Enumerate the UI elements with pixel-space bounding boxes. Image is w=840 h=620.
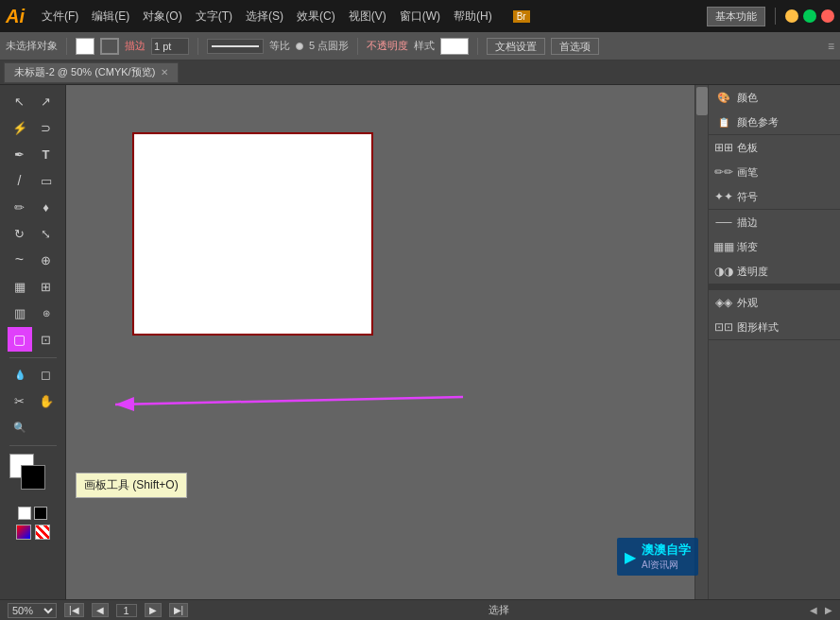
- menu-help[interactable]: 帮助(H): [448, 7, 498, 26]
- options-bar: 未选择对象 描边 等比 5 点圆形 不透明度 样式 文档设置 首选项 ≡: [0, 32, 840, 60]
- workspace-switcher[interactable]: 基本功能: [707, 7, 765, 26]
- window-controls[interactable]: [785, 9, 834, 23]
- maximize-button[interactable]: [803, 9, 816, 23]
- last-page-button[interactable]: ▶|: [169, 603, 189, 617]
- style-label: 样式: [414, 39, 435, 53]
- eyedropper-tool[interactable]: [8, 362, 32, 387]
- slice-tool[interactable]: [34, 327, 59, 352]
- pencil-tool[interactable]: [8, 195, 32, 219]
- style-swatch[interactable]: [440, 38, 469, 55]
- tool-row-9: ⊛: [8, 301, 59, 325]
- panel-item-graphic-style[interactable]: ⊡ 图形样式: [709, 315, 840, 339]
- title-bar: Ai 文件(F) 编辑(E) 对象(O) 文字(T) 选择(S) 效果(C) 视…: [0, 0, 840, 32]
- bridge-icon[interactable]: Br: [513, 10, 530, 23]
- panel-item-gradient[interactable]: ▦ 渐变: [709, 234, 840, 259]
- hand-tool[interactable]: [34, 388, 59, 413]
- eraser-tool[interactable]: [34, 362, 59, 387]
- pen-tool[interactable]: [8, 142, 32, 166]
- lasso-tool[interactable]: [34, 115, 59, 140]
- panel-item-color[interactable]: 颜色: [709, 85, 840, 110]
- vertical-scrollbar[interactable]: [694, 85, 708, 599]
- scale-tool[interactable]: [34, 221, 59, 246]
- fill-swatch[interactable]: [76, 38, 94, 55]
- chart-tool[interactable]: [8, 301, 32, 325]
- right-panel: 颜色 颜色参考 ⊞ 色板 ✏ 画笔 ✦ 符号 ─ 描边: [708, 85, 840, 599]
- blend-tool[interactable]: [34, 248, 59, 272]
- document-tab[interactable]: 未标题-2 @ 50% (CMYK/预览) ✕: [4, 62, 179, 83]
- menu-edit[interactable]: 编辑(E): [86, 7, 135, 26]
- blob-brush-tool[interactable]: [34, 195, 59, 219]
- opacity-panel-icon: ◑: [716, 264, 731, 279]
- symbol-sprayer-tool[interactable]: ⊛: [34, 301, 59, 325]
- rect-tool[interactable]: [34, 168, 59, 193]
- panel-item-color-ref[interactable]: 颜色参考: [709, 110, 840, 134]
- stroke-label: 描边: [125, 39, 146, 53]
- tool-row-4: /: [8, 168, 59, 193]
- artboard-tool[interactable]: [8, 327, 32, 352]
- tool-row-5: [8, 195, 59, 219]
- menu-window[interactable]: 窗口(W): [394, 7, 446, 26]
- prev-page-button[interactable]: ◀: [92, 603, 109, 617]
- toolbar-separator-2: [9, 445, 57, 446]
- tool-row-7: [8, 248, 59, 272]
- stroke-style-selector[interactable]: [207, 39, 264, 54]
- menu-bar[interactable]: 文件(F) 编辑(E) 对象(O) 文字(T) 选择(S) 效果(C) 视图(V…: [36, 7, 498, 26]
- left-toolbar: / ⊛: [0, 85, 66, 599]
- swatch-panel-icon: ⊞: [716, 140, 731, 155]
- panel-item-stroke[interactable]: ─ 描边: [709, 210, 840, 234]
- selection-tool[interactable]: [8, 89, 32, 113]
- panel-item-symbol[interactable]: ✦ 符号: [709, 184, 840, 209]
- default-colors-icon[interactable]: [34, 507, 47, 520]
- constraint-ratio-icon[interactable]: [296, 43, 303, 50]
- menu-text[interactable]: 文字(T): [190, 7, 238, 26]
- none-icon[interactable]: [35, 525, 50, 540]
- page-number-input[interactable]: [116, 604, 137, 617]
- divider4: [477, 38, 478, 55]
- menu-view[interactable]: 视图(V): [343, 7, 392, 26]
- minimize-button[interactable]: [785, 9, 798, 23]
- next-page-button[interactable]: ▶: [145, 603, 162, 617]
- doc-setup-button[interactable]: 文档设置: [487, 38, 545, 55]
- status-left-arrow[interactable]: ◀: [810, 605, 817, 615]
- mesh-tool[interactable]: [34, 274, 59, 299]
- options-expand-icon[interactable]: ≡: [828, 40, 834, 53]
- magic-wand-tool[interactable]: [8, 115, 32, 140]
- zoom-select[interactable]: 50%: [8, 603, 57, 618]
- color-ref-panel-label: 颜色参考: [737, 115, 779, 129]
- gradient-tool[interactable]: [8, 274, 32, 299]
- panel-item-appearance[interactable]: ◈ 外观: [709, 290, 840, 315]
- color-panel-icon: [716, 90, 731, 105]
- scrollbar-thumb[interactable]: [696, 87, 708, 115]
- watermark-line1: 澳澳自学: [642, 542, 691, 559]
- main-layout: / ⊛: [0, 85, 840, 599]
- watermark-text: 澳澳自学 AI资讯网: [642, 542, 691, 572]
- line-tool[interactable]: /: [8, 168, 32, 193]
- panel-item-swatch[interactable]: ⊞ 色板: [709, 135, 840, 160]
- prefs-button[interactable]: 首选项: [551, 38, 599, 55]
- panel-item-brush[interactable]: ✏ 画笔: [709, 160, 840, 184]
- rotate-tool[interactable]: [8, 221, 32, 246]
- stroke-color-swatch[interactable]: [21, 465, 45, 490]
- panel-item-opacity[interactable]: ◑ 透明度: [709, 259, 840, 284]
- menu-effect[interactable]: 效果(C): [291, 7, 341, 26]
- direct-selection-tool[interactable]: [34, 89, 59, 113]
- menu-select[interactable]: 选择(S): [240, 7, 289, 26]
- menu-object[interactable]: 对象(O): [137, 7, 187, 26]
- swap-icon[interactable]: [18, 507, 31, 520]
- swap-color-row: [18, 507, 47, 520]
- tab-close-icon[interactable]: ✕: [161, 67, 168, 78]
- menu-file[interactable]: 文件(F): [36, 7, 84, 26]
- type-tool[interactable]: [34, 142, 59, 166]
- first-page-button[interactable]: |◀: [64, 603, 84, 617]
- stroke-swatch[interactable]: [100, 38, 119, 55]
- close-button[interactable]: [821, 9, 834, 23]
- stroke-panel-label: 描边: [737, 215, 758, 230]
- stroke-weight-input[interactable]: [151, 38, 189, 55]
- shape-label: 5 点圆形: [309, 39, 349, 53]
- zoom-tool[interactable]: [8, 415, 32, 439]
- tool-row-6: [8, 221, 59, 246]
- warp-tool[interactable]: [8, 248, 32, 272]
- status-right-arrow[interactable]: ▶: [825, 605, 832, 615]
- color-mode-icon[interactable]: [16, 525, 31, 540]
- scissors-tool[interactable]: [8, 388, 32, 413]
